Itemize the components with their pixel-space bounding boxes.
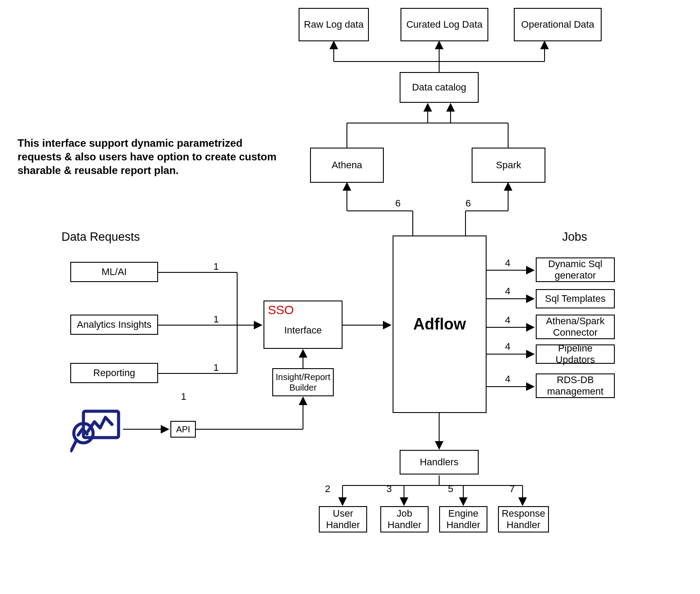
edge-label-6a: 6: [395, 198, 401, 209]
edge-label-5: 5: [448, 483, 453, 495]
edge-label-7: 7: [509, 483, 515, 495]
box-pipeline-updators: Pipeline Updators: [536, 344, 615, 364]
edge-label-4a: 4: [505, 257, 510, 269]
edge-label-2: 2: [325, 483, 330, 495]
edge-label-4d: 4: [505, 341, 510, 352]
box-job-handler: Job Handler: [380, 506, 429, 532]
box-data-catalog: Data catalog: [400, 72, 479, 103]
heading-jobs: Jobs: [562, 230, 587, 244]
edge-label-4e: 4: [505, 373, 510, 385]
edge-label-6b: 6: [465, 198, 471, 209]
box-athena-spark-connector: Athena/Spark Connector: [536, 315, 615, 339]
description-paragraph: This interface support dynamic parametri…: [18, 136, 281, 177]
box-spark: Spark: [472, 148, 545, 183]
box-insight-report-builder: Insight/Report Builder: [272, 368, 334, 396]
box-adflow: Adflow: [393, 235, 487, 413]
edge-label-3: 3: [386, 483, 392, 495]
box-sql-templates: Sql Templates: [536, 289, 615, 308]
edge-label-1d: 1: [181, 391, 186, 402]
sso-label: SSO: [268, 303, 294, 317]
box-raw-log-data: Raw Log data: [299, 8, 369, 41]
analytics-chart-icon: [70, 409, 123, 453]
box-rds-db-management: RDS-DB management: [536, 373, 615, 398]
heading-data-requests: Data Requests: [61, 230, 140, 244]
edge-label-1b: 1: [213, 314, 219, 325]
box-handlers: Handlers: [400, 450, 479, 474]
box-dynamic-sql-generator: Dynamic Sql generator: [536, 257, 615, 282]
box-analytics-insights: Analytics Insights: [70, 315, 158, 335]
box-athena: Athena: [310, 148, 384, 183]
diagram-canvas: Raw Log data Curated Log Data Operationa…: [0, 0, 700, 594]
box-ml-ai: ML/AI: [70, 262, 158, 282]
box-operational: Operational Data: [514, 8, 602, 41]
box-engine-handler: Engine Handler: [439, 506, 487, 532]
box-curated-log: Curated Log Data: [401, 8, 488, 41]
edge-label-4c: 4: [505, 315, 510, 326]
box-user-handler: User Handler: [319, 506, 367, 532]
box-api: API: [170, 421, 196, 438]
box-response-handler: Response Handler: [498, 506, 549, 532]
box-reporting: Reporting: [70, 363, 158, 383]
edge-label-1c: 1: [213, 362, 219, 373]
edge-label-4b: 4: [505, 286, 510, 297]
svg-line-40: [71, 440, 76, 451]
edge-label-1a: 1: [213, 261, 219, 272]
